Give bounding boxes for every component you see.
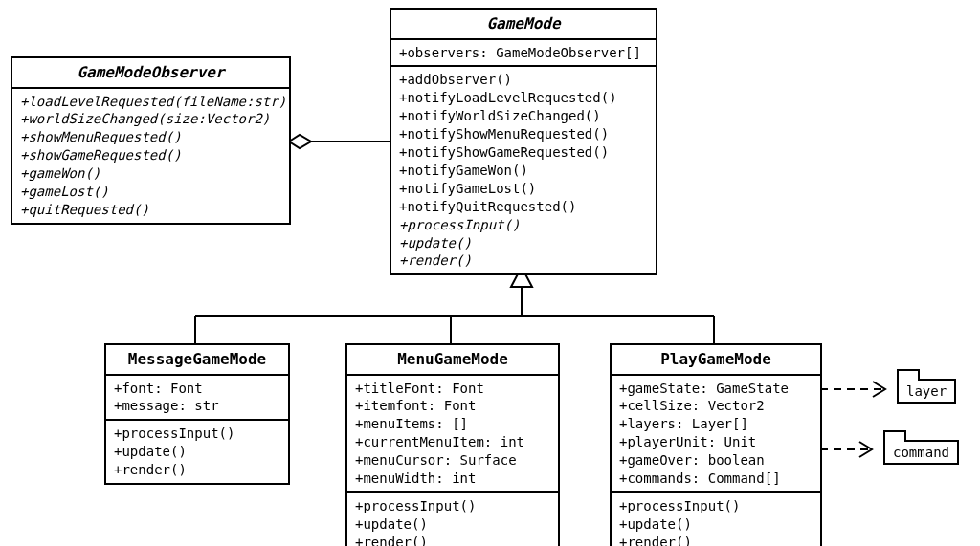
dependency-play-layer [820,382,885,397]
attrs-section: +gameState: GameState +cellSize: Vector2… [612,376,820,491]
methods-section: +processInput() +update() +render() [347,491,558,546]
attr: +titleFont: Font [355,380,550,398]
attr: +gameOver: boolean [619,451,813,470]
class-title: GameModeObserver [12,58,289,89]
package-label: command [883,440,959,465]
class-title: MessageGameMode [106,345,288,376]
attr: +menuItems: [] [355,415,550,433]
attr: +playerUnit: Unit [619,433,813,451]
class-play-game-mode: PlayGameMode +gameState: GameState +cell… [610,343,822,546]
attr: +menuCursor: Surface [355,451,550,470]
class-menu-game-mode: MenuGameMode +titleFont: Font +itemfont:… [345,343,560,546]
svg-marker-1 [289,135,311,148]
package-tab-icon [897,369,920,381]
attrs-section: +titleFont: Font +itemfont: Font +menuIt… [347,376,558,491]
method: +processInput() [399,216,648,234]
attr: +itemfont: Font [355,397,550,415]
attr: +layers: Layer[] [619,415,813,433]
attr: +observers: GameModeObserver[] [399,44,648,62]
method: +worldSizeChanged(size:Vector2) [20,110,281,128]
method: +update() [619,515,813,534]
class-game-mode-observer: GameModeObserver +loadLevelRequested(fil… [11,56,291,225]
package-label: layer [897,379,956,404]
package-layer: layer [897,379,956,404]
method: +processInput() [114,425,280,443]
attr: +message: str [114,397,280,415]
method: +update() [114,443,280,461]
methods-section: +processInput() +update() +render() [106,419,288,483]
method: +notifyLoadLevelRequested() [399,89,648,107]
method: +update() [399,234,648,252]
class-title: MenuGameMode [347,345,558,376]
method: +loadLevelRequested(fileName:str) [20,93,281,111]
methods-section: +processInput() +update() +render() [612,491,820,546]
generalization-gamemode [195,267,714,343]
method: +notifyGameLost() [399,180,648,198]
package-tab-icon [883,430,906,442]
method: +quitRequested() [20,201,281,219]
dependency-play-command [820,442,872,457]
method: +notifyWorldSizeChanged() [399,107,648,125]
aggregation-observer-gamemode [289,135,390,148]
method: +notifyGameWon() [399,162,648,180]
method: +update() [355,515,550,534]
class-game-mode: GameMode +observers: GameModeObserver[] … [390,8,657,275]
attr: +commands: Command[] [619,470,813,488]
method: +render() [114,461,280,479]
method: +notifyShowGameRequested() [399,143,648,162]
methods-section: +loadLevelRequested(fileName:str) +world… [12,89,289,223]
method: +processInput() [355,497,550,515]
package-command: command [883,440,959,465]
method: +notifyShowMenuRequested() [399,125,648,143]
method: +render() [399,251,648,270]
method: +gameWon() [20,164,281,183]
method: +gameLost() [20,183,281,201]
attr: +cellSize: Vector2 [619,397,813,415]
method: +notifyQuitRequested() [399,198,648,216]
method: +showMenuRequested() [20,128,281,146]
method: +processInput() [619,497,813,515]
attr: +menuWidth: int [355,470,550,488]
methods-section: +addObserver() +notifyLoadLevelRequested… [391,65,656,273]
class-title: GameMode [391,10,656,40]
method: +addObserver() [399,71,648,89]
method: +render() [619,534,813,546]
attrs-section: +font: Font +message: str [106,376,288,420]
method: +showGameRequested() [20,146,281,164]
class-title: PlayGameMode [612,345,820,376]
class-message-game-mode: MessageGameMode +font: Font +message: st… [104,343,290,485]
method: +render() [355,534,550,546]
attrs-section: +observers: GameModeObserver[] [391,40,656,66]
attr: +gameState: GameState [619,380,813,398]
attr: +font: Font [114,380,280,398]
attr: +currentMenuItem: int [355,433,550,451]
